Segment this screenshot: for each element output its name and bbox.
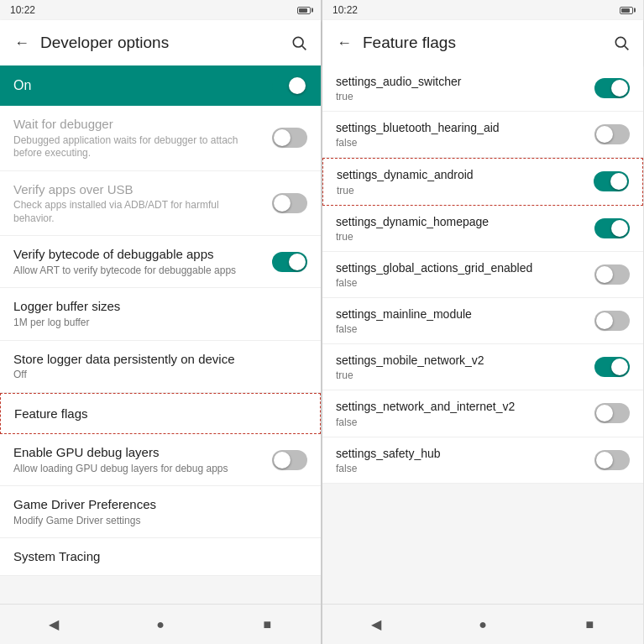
flag-settings-mainline-module[interactable]: settings_mainline_module false <box>322 298 643 344</box>
svg-line-3 <box>625 46 629 50</box>
developer-toggle[interactable] <box>272 76 307 96</box>
setting-game-driver[interactable]: Game Driver Preferences Modify Game Driv… <box>0 486 321 538</box>
flag-name-dynamic-android: settings_dynamic_android <box>337 167 584 182</box>
developer-on-row[interactable]: On <box>0 65 321 106</box>
setting-desc-verify-bytecode: Allow ART to verify bytecode for debugga… <box>13 264 262 278</box>
setting-verify-apps-usb[interactable]: Verify apps over USB Check apps installe… <box>0 171 321 237</box>
toggle-audio-switcher[interactable] <box>594 78 630 98</box>
feature-flags-label: Feature flags <box>14 406 306 422</box>
setting-verify-bytecode[interactable]: Verify bytecode of debuggable apps Allow… <box>0 236 321 288</box>
flag-settings-bluetooth-hearing-aid[interactable]: settings_bluetooth_hearing_aid false <box>322 112 643 158</box>
setting-title-logger-buffer: Logger buffer sizes <box>13 298 297 315</box>
setting-title-wait-debugger: Wait for debugger <box>13 116 262 133</box>
flag-value-bluetooth-hearing: false <box>336 137 584 149</box>
flag-settings-network-internet-v2[interactable]: settings_network_and_internet_v2 false <box>322 390 643 437</box>
nav-recents-right[interactable]: ■ <box>569 605 610 645</box>
flag-name-mainline-module: settings_mainline_module <box>336 306 584 322</box>
setting-title-verify-bytecode: Verify bytecode of debuggable apps <box>13 246 262 263</box>
setting-store-logger[interactable]: Store logger data persistently on device… <box>0 341 321 393</box>
time-left: 10:22 <box>10 4 35 16</box>
flag-settings-safety-hub[interactable]: settings_safety_hub false <box>322 437 643 484</box>
flag-name-mobile-network-v2: settings_mobile_network_v2 <box>336 353 584 368</box>
nav-bar-left: ◀ ● ■ <box>0 604 321 644</box>
feature-flags-panel: 10:22 ← Feature flags settings_audio_swi… <box>322 0 643 644</box>
nav-back-right[interactable]: ◀ <box>356 605 396 645</box>
flag-value-mainline-module: false <box>336 323 584 335</box>
setting-title-verify-apps: Verify apps over USB <box>13 181 262 198</box>
flag-value-network-internet-v2: false <box>336 416 584 428</box>
flag-name-dynamic-homepage: settings_dynamic_homepage <box>336 214 584 229</box>
nav-bar-right: ◀ ● ■ <box>322 604 643 644</box>
flag-name-network-internet-v2: settings_network_and_internet_v2 <box>336 399 584 414</box>
toggle-verify-bytecode[interactable] <box>272 252 307 272</box>
flag-settings-dynamic-homepage[interactable]: settings_dynamic_homepage true <box>322 206 643 252</box>
flag-name-audio-switcher: settings_audio_switcher <box>336 74 584 89</box>
toggle-gpu-debug[interactable] <box>272 450 307 470</box>
settings-scroll: Wait for debugger Debugged application w… <box>0 106 321 604</box>
toggle-safety-hub[interactable] <box>594 450 630 470</box>
flag-settings-dynamic-android[interactable]: settings_dynamic_android true <box>322 158 643 205</box>
flag-value-safety-hub: false <box>336 463 584 474</box>
toggle-verify-apps[interactable] <box>272 193 307 213</box>
toggle-mobile-network-v2[interactable] <box>594 357 630 377</box>
setting-title-gpu-debug: Enable GPU debug layers <box>13 444 262 461</box>
battery-icon-right <box>620 7 633 14</box>
time-right: 10:22 <box>332 4 358 16</box>
flag-name-bluetooth-hearing: settings_bluetooth_hearing_aid <box>336 120 584 135</box>
developer-options-panel: 10:22 ← Developer options On Wait for de… <box>0 0 322 644</box>
flag-value-audio-switcher: true <box>336 91 584 102</box>
nav-recents-left[interactable]: ■ <box>247 605 287 645</box>
flag-value-mobile-network-v2: true <box>336 369 584 381</box>
toggle-global-actions-grid[interactable] <box>594 264 630 285</box>
flag-name-global-actions-grid: settings_global_actions_grid_enabled <box>336 260 584 275</box>
setting-title-system-tracing: System Tracing <box>13 548 297 565</box>
toolbar-right: ← Feature flags <box>322 20 643 65</box>
flags-scroll: settings_audio_switcher true settings_bl… <box>322 65 643 604</box>
svg-point-0 <box>293 37 303 47</box>
flag-settings-audio-switcher[interactable]: settings_audio_switcher true <box>322 65 643 112</box>
nav-home-right[interactable]: ● <box>463 605 503 645</box>
flag-value-dynamic-homepage: true <box>336 231 584 243</box>
status-bar-left: 10:22 <box>0 0 321 20</box>
toggle-wait-debugger[interactable] <box>272 128 307 148</box>
back-button-left[interactable]: ← <box>7 28 37 58</box>
toolbar-left: ← Developer options <box>0 20 321 65</box>
feature-flags-item[interactable]: Feature flags <box>0 393 321 435</box>
on-label: On <box>13 78 31 93</box>
setting-wait-debugger[interactable]: Wait for debugger Debugged application w… <box>0 106 321 171</box>
page-title-right: Feature flags <box>363 34 606 52</box>
setting-title-store-logger: Store logger data persistently on device <box>13 351 297 368</box>
toggle-mainline-module[interactable] <box>594 311 630 331</box>
back-button-right[interactable]: ← <box>329 28 359 58</box>
setting-desc-gpu-debug: Allow loading GPU debug layers for debug… <box>13 463 262 476</box>
toggle-bluetooth-hearing[interactable] <box>594 124 630 144</box>
status-bar-right: 10:22 <box>322 0 643 20</box>
search-button-left[interactable] <box>284 28 314 58</box>
flag-settings-global-actions-grid[interactable]: settings_global_actions_grid_enabled fal… <box>322 252 643 298</box>
search-button-right[interactable] <box>606 28 636 58</box>
nav-back-left[interactable]: ◀ <box>34 605 74 645</box>
toggle-dynamic-android[interactable] <box>594 171 629 191</box>
page-title-left: Developer options <box>40 34 284 52</box>
nav-home-left[interactable]: ● <box>140 605 181 645</box>
setting-logger-buffer[interactable]: Logger buffer sizes 1M per log buffer <box>0 288 321 340</box>
svg-point-2 <box>615 37 626 47</box>
flag-value-dynamic-android: true <box>337 185 584 196</box>
toggle-dynamic-homepage[interactable] <box>594 218 630 238</box>
flag-value-global-actions-grid: false <box>336 277 584 289</box>
setting-desc-game-driver: Modify Game Driver settings <box>13 515 297 528</box>
setting-gpu-debug[interactable]: Enable GPU debug layers Allow loading GP… <box>0 434 321 486</box>
setting-desc-store-logger: Off <box>13 369 297 382</box>
svg-line-1 <box>302 46 306 50</box>
flag-name-safety-hub: settings_safety_hub <box>336 446 584 461</box>
setting-title-game-driver: Game Driver Preferences <box>13 496 297 513</box>
setting-system-tracing[interactable]: System Tracing <box>0 538 321 576</box>
setting-desc-wait-debugger: Debugged application waits for debugger … <box>13 134 262 160</box>
setting-desc-verify-apps: Check apps installed via ADB/ADT for har… <box>13 199 262 225</box>
battery-icon-left <box>297 7 311 14</box>
flag-settings-mobile-network-v2[interactable]: settings_mobile_network_v2 true <box>322 344 643 390</box>
setting-desc-logger-buffer: 1M per log buffer <box>13 317 297 330</box>
toggle-network-internet-v2[interactable] <box>594 403 630 423</box>
